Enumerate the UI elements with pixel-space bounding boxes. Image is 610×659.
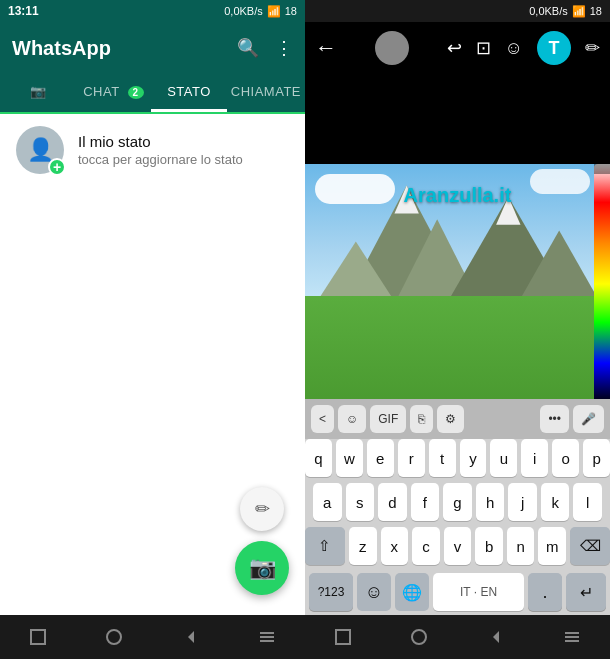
key-s[interactable]: s — [346, 483, 375, 521]
grass-area — [305, 296, 610, 399]
status-subtitle: tocca per aggiornare lo stato — [78, 152, 243, 167]
nav-home-button[interactable] — [100, 623, 128, 651]
sticker-button[interactable]: ☺ — [338, 405, 366, 433]
left-bottom-nav — [0, 615, 305, 659]
circle-icon — [105, 628, 123, 646]
tab-chat[interactable]: CHAT 2 — [76, 74, 152, 112]
enter-icon: ↵ — [580, 583, 593, 602]
status-name: Il mio stato — [78, 133, 243, 150]
svg-rect-3 — [260, 632, 274, 634]
key-k[interactable]: k — [541, 483, 570, 521]
keyboard-back-button[interactable]: < — [311, 405, 334, 433]
right-circle-icon — [410, 628, 428, 646]
globe-key[interactable]: 🌐 — [395, 573, 429, 611]
draw-button[interactable]: ✏ — [585, 37, 600, 59]
wifi-icon: 📶 — [267, 5, 281, 18]
nav-back-button[interactable] — [177, 623, 205, 651]
tab-chiamate[interactable]: CHIAMATE — [227, 74, 305, 112]
key-q[interactable]: q — [305, 439, 332, 477]
undo-button[interactable]: ↩ — [447, 37, 462, 59]
watermark-text: Aranzulla.it — [404, 184, 512, 207]
add-status-button[interactable]: + — [48, 158, 66, 176]
key-f[interactable]: f — [411, 483, 440, 521]
key-o[interactable]: o — [552, 439, 579, 477]
right-nav-square[interactable] — [329, 623, 357, 651]
camera-fab[interactable]: 📷 — [235, 541, 289, 595]
key-t[interactable]: t — [429, 439, 456, 477]
key-j[interactable]: j — [508, 483, 537, 521]
shift-key[interactable]: ⇧ — [305, 527, 345, 565]
key-w[interactable]: w — [336, 439, 363, 477]
nav-recents-button[interactable] — [253, 623, 281, 651]
gif-button[interactable]: GIF — [370, 405, 406, 433]
content-area: 👤 + Il mio stato tocca per aggiornare lo… — [0, 114, 305, 615]
right-nav-recents[interactable] — [558, 623, 586, 651]
right-bottom-nav — [305, 615, 610, 659]
key-p[interactable]: p — [583, 439, 610, 477]
editor-back-button[interactable]: ← — [315, 35, 337, 61]
right-nav-back[interactable] — [482, 623, 510, 651]
more-icon: ••• — [548, 412, 561, 426]
gif-label: GIF — [378, 412, 398, 426]
menu-icon[interactable]: ⋮ — [275, 37, 293, 59]
avatar-icon: 👤 — [27, 137, 54, 163]
chat-badge: 2 — [128, 86, 144, 99]
nav-square-button[interactable] — [24, 623, 52, 651]
my-status-item[interactable]: 👤 + Il mio stato tocca per aggiornare lo… — [0, 114, 305, 186]
editor-tools: ↩ ⊡ ☺ T ✏ — [447, 31, 600, 65]
key-h[interactable]: h — [476, 483, 505, 521]
key-c[interactable]: c — [412, 527, 440, 565]
period-key[interactable]: . — [528, 573, 562, 611]
slider-handle[interactable] — [594, 164, 610, 174]
key-d[interactable]: d — [378, 483, 407, 521]
settings-button[interactable]: ⚙ — [437, 405, 464, 433]
mic-icon: 🎤 — [581, 412, 596, 426]
network-info: 0,0KB/s — [224, 5, 263, 17]
key-a[interactable]: a — [313, 483, 342, 521]
square-icon — [29, 628, 47, 646]
chat-tab-label: CHAT — [83, 84, 119, 99]
key-y[interactable]: y — [460, 439, 487, 477]
globe-icon: 🌐 — [402, 583, 422, 602]
text-tool-button[interactable]: T — [537, 31, 571, 65]
emoji-button[interactable]: ☺ — [505, 38, 523, 59]
crop-button[interactable]: ⊡ — [476, 37, 491, 59]
color-slider[interactable] — [594, 164, 610, 399]
tab-stato[interactable]: STATO — [151, 74, 227, 112]
emoji-key[interactable]: ☺ — [357, 573, 391, 611]
shift-icon: ⇧ — [318, 537, 331, 555]
key-z[interactable]: z — [349, 527, 377, 565]
left-status-bar: 13:11 0,0KB/s 📶 18 — [0, 0, 305, 22]
symbols-key[interactable]: ?123 — [309, 573, 353, 611]
key-n[interactable]: n — [507, 527, 535, 565]
back-icon — [182, 628, 200, 646]
tab-camera[interactable]: 📷 — [0, 74, 76, 112]
key-x[interactable]: x — [381, 527, 409, 565]
search-icon[interactable]: 🔍 — [237, 37, 259, 59]
delete-key[interactable]: ⌫ — [570, 527, 610, 565]
space-lang-label: IT · EN — [460, 585, 497, 599]
mic-button[interactable]: 🎤 — [573, 405, 604, 433]
more-button[interactable]: ••• — [540, 405, 569, 433]
symbols-label: ?123 — [318, 585, 345, 599]
key-u[interactable]: u — [490, 439, 517, 477]
key-l[interactable]: l — [573, 483, 602, 521]
key-e[interactable]: e — [367, 439, 394, 477]
space-key[interactable]: IT · EN — [433, 573, 524, 611]
svg-rect-18 — [565, 640, 579, 642]
clipboard-button[interactable]: ⎘ — [410, 405, 433, 433]
image-editor-area: Aranzulla.it — [305, 74, 610, 399]
keyboard-bottom-row: ?123 ☺ 🌐 IT · EN . ↵ — [305, 571, 610, 615]
kb-back-icon: < — [319, 412, 326, 426]
pencil-fab[interactable]: ✏ — [240, 487, 284, 531]
svg-rect-17 — [565, 636, 579, 638]
editor-avatar — [375, 31, 409, 65]
key-i[interactable]: i — [521, 439, 548, 477]
key-g[interactable]: g — [443, 483, 472, 521]
enter-key[interactable]: ↵ — [566, 573, 606, 611]
key-b[interactable]: b — [475, 527, 503, 565]
key-r[interactable]: r — [398, 439, 425, 477]
right-nav-home[interactable] — [405, 623, 433, 651]
key-v[interactable]: v — [444, 527, 472, 565]
key-m[interactable]: m — [538, 527, 566, 565]
